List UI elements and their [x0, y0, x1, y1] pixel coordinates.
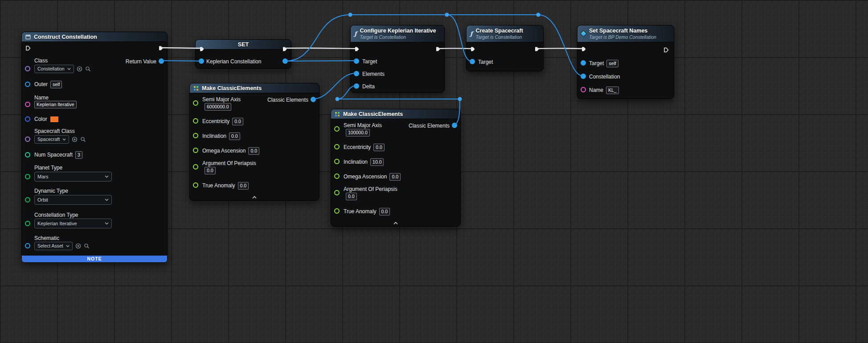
num-spacecraft-value-box[interactable]: 3	[75, 151, 82, 159]
search-icon[interactable]	[85, 66, 91, 72]
blueprint-graph-canvas[interactable]: Construct Constellation Return Value Cla…	[0, 0, 868, 343]
inclination-value-box[interactable]: 10.0	[370, 158, 384, 166]
semi-major-axis-value-box[interactable]: 6000000.0	[205, 103, 231, 111]
target-pin[interactable]	[581, 60, 586, 66]
exec-in-pin[interactable]	[470, 46, 476, 52]
true-anomaly-value-box[interactable]: 0.0	[238, 182, 249, 190]
inclination-value-box[interactable]: 0.0	[229, 132, 240, 140]
class-dropdown[interactable]: Constellation	[34, 65, 74, 73]
true-anomaly-value-box[interactable]: 0.0	[379, 208, 390, 215]
keplerian-constellation-out-pin[interactable]	[283, 58, 288, 64]
target-value-box[interactable]: self	[606, 60, 618, 67]
exec-in-pin[interactable]	[199, 46, 205, 52]
omega-ascension-pin[interactable]	[334, 174, 340, 179]
semi-major-axis-pin[interactable]	[334, 126, 340, 132]
exec-in-pin[interactable]	[25, 45, 31, 51]
search-icon[interactable]	[80, 136, 86, 142]
constellation-type-dropdown[interactable]: Keplerian Iterative	[34, 219, 112, 228]
plus-circle-icon[interactable]	[75, 243, 81, 249]
node-create-spacecraft[interactable]: ƒ Create Spacecraft Target is Constellat…	[466, 25, 544, 71]
dynamic-type-pin[interactable]	[25, 197, 30, 202]
exec-out-pin[interactable]	[534, 46, 540, 52]
reroute-node[interactable]	[536, 13, 540, 17]
planet-type-pin[interactable]	[25, 174, 30, 179]
argument-of-periapsis-value-box[interactable]: 0.0	[205, 167, 216, 174]
eccentricity-pin[interactable]	[193, 118, 198, 124]
color-swatch[interactable]	[50, 116, 59, 123]
node-header-make-1[interactable]: Make ClassicElements	[190, 83, 319, 93]
node-configure-keplerian-iterative[interactable]: ƒ Configure Keplerian Iterative Target i…	[350, 25, 445, 93]
node-construct-constellation[interactable]: Construct Constellation Return Value Cla…	[21, 32, 168, 263]
node-header-create[interactable]: ƒ Create Spacecraft Target is Constellat…	[467, 25, 543, 42]
classic-elements-out-pin[interactable]	[311, 97, 316, 102]
exec-in-pin[interactable]	[581, 46, 587, 52]
argument-of-periapsis-pin[interactable]	[193, 164, 198, 169]
node-header-set[interactable]: SET	[196, 40, 291, 50]
node-header-construct[interactable]: Construct Constellation	[22, 32, 167, 42]
elements-pin[interactable]	[354, 71, 359, 76]
node-make-classicelements-2[interactable]: Make ClassicElements Semi Major Axis 100…	[331, 109, 461, 227]
argument-of-periapsis-pin[interactable]	[334, 190, 340, 195]
constellation-pin[interactable]	[581, 74, 586, 79]
target-pin[interactable]	[470, 59, 475, 64]
name-value-box[interactable]: Keplerian Iterative	[34, 101, 77, 108]
eccentricity-value-box[interactable]: 0.0	[232, 118, 243, 125]
spacecraft-class-pin[interactable]	[25, 136, 30, 142]
outer-value-box[interactable]: self	[50, 81, 62, 88]
dynamic-type-dropdown[interactable]: Orbit	[34, 195, 112, 205]
delta-pin[interactable]	[354, 83, 359, 89]
return-value-pin[interactable]	[159, 58, 164, 64]
num-spacecraft-label: Num Spacecraft	[34, 152, 73, 158]
target-pin[interactable]	[354, 58, 359, 64]
name-value-box[interactable]: KL_	[606, 87, 619, 94]
node-header-make-2[interactable]: Make ClassicElements	[331, 109, 460, 119]
exec-out-pin[interactable]	[663, 47, 669, 53]
plus-circle-icon[interactable]	[72, 136, 78, 142]
planet-type-dropdown[interactable]: Mars	[34, 172, 112, 182]
plus-circle-icon[interactable]	[77, 66, 82, 72]
schematic-pin[interactable]	[25, 243, 30, 248]
num-spacecraft-pin[interactable]	[25, 152, 30, 157]
node-header-set-names[interactable]: Set Spacecraft Names Target is BP Demo C…	[577, 25, 674, 42]
omega-ascension-pin[interactable]	[193, 148, 198, 153]
constellation-type-pin[interactable]	[25, 221, 30, 226]
name-pin[interactable]	[581, 87, 586, 92]
semi-major-axis-row: 6000000.0	[205, 103, 231, 110]
classic-elements-out-pin[interactable]	[452, 123, 457, 128]
inclination-pin[interactable]	[334, 159, 340, 164]
note-bar[interactable]: NOTE	[22, 256, 167, 262]
exec-in-pin[interactable]	[354, 46, 360, 52]
keplerian-constellation-in-pin[interactable]	[199, 58, 204, 64]
reroute-node[interactable]	[445, 13, 449, 17]
node-set-keplerian-constellation[interactable]: SET Keplerian Constellation	[195, 39, 291, 69]
eccentricity-value-box[interactable]: 0.0	[373, 144, 385, 151]
exec-out-pin[interactable]	[282, 46, 288, 52]
spacecraft-class-dropdown[interactable]: Spacecraft	[34, 135, 69, 144]
omega-ascension-value-box[interactable]: 0.0	[389, 173, 401, 181]
collapse-chevron-icon[interactable]	[252, 196, 257, 199]
exec-out-pin[interactable]	[158, 45, 164, 51]
argument-of-periapsis-value-box[interactable]: 0.0	[346, 193, 357, 200]
class-pin[interactable]	[25, 66, 30, 71]
eccentricity-pin[interactable]	[334, 144, 340, 149]
omega-ascension-value-box[interactable]: 0.0	[248, 147, 259, 155]
node-header-configure[interactable]: ƒ Configure Keplerian Iterative Target i…	[351, 25, 444, 42]
reroute-node[interactable]	[348, 13, 352, 17]
outer-pin[interactable]	[25, 82, 30, 87]
node-make-classicelements-1[interactable]: Make ClassicElements Semi Major Axis 600…	[189, 83, 319, 201]
true-anomaly-pin[interactable]	[334, 208, 340, 214]
color-pin[interactable]	[25, 116, 30, 122]
schematic-dropdown[interactable]: Select Asset	[34, 242, 73, 250]
reroute-node[interactable]	[336, 97, 340, 101]
search-icon[interactable]	[84, 243, 90, 249]
collapse-chevron-icon[interactable]	[393, 222, 398, 225]
semi-major-axis-value-box[interactable]: 100000.0	[346, 129, 370, 136]
inclination-pin[interactable]	[193, 133, 198, 138]
name-pin[interactable]	[25, 102, 30, 107]
node-set-spacecraft-names[interactable]: Set Spacecraft Names Target is BP Demo C…	[577, 25, 674, 99]
reroute-node[interactable]	[458, 97, 462, 101]
true-anomaly-pin[interactable]	[193, 182, 198, 188]
target-label: Target	[362, 58, 377, 65]
exec-out-pin[interactable]	[435, 46, 441, 52]
semi-major-axis-pin[interactable]	[193, 100, 198, 106]
